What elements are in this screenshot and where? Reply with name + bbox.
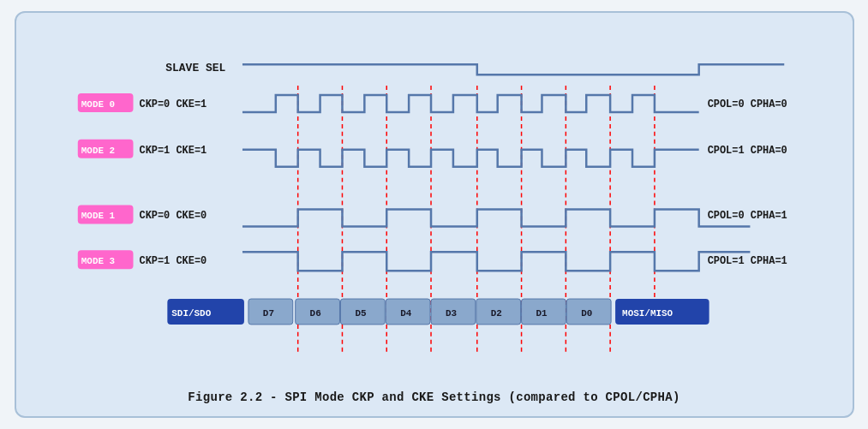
svg-text:CPOL=0  CPHA=1: CPOL=0 CPHA=1: [707, 210, 787, 222]
svg-text:MODE 2: MODE 2: [81, 146, 114, 156]
svg-text:CKP=1  CKE=1: CKP=1 CKE=1: [139, 145, 207, 157]
svg-text:CPOL=1  CPHA=1: CPOL=1 CPHA=1: [707, 255, 787, 267]
svg-text:D0: D0: [581, 308, 592, 319]
svg-text:SDI/SDO: SDI/SDO: [171, 308, 211, 319]
figure-caption: Figure 2.2 - SPI Mode CKP and CKE Settin…: [33, 390, 835, 404]
svg-text:MOSI/MISO: MOSI/MISO: [622, 308, 673, 319]
svg-text:CPOL=0  CPHA=0: CPOL=0 CPHA=0: [707, 98, 787, 110]
main-container: text { font-family: 'Courier New', Couri…: [15, 11, 854, 418]
svg-text:CKP=0  CKE=1: CKP=0 CKE=1: [139, 98, 207, 110]
svg-text:CKP=0  CKE=0: CKP=0 CKE=0: [139, 210, 207, 222]
waveform-area: text { font-family: 'Courier New', Couri…: [33, 28, 835, 382]
svg-text:D4: D4: [400, 308, 412, 319]
svg-text:D7: D7: [262, 308, 273, 319]
svg-text:D2: D2: [490, 308, 501, 319]
svg-text:CPOL=1  CPHA=0: CPOL=1 CPHA=0: [707, 145, 787, 157]
svg-text:D5: D5: [355, 308, 366, 319]
svg-text:D1: D1: [536, 308, 548, 319]
svg-text:MODE 0: MODE 0: [81, 99, 114, 110]
svg-text:CKP=1  CKE=0: CKP=1 CKE=0: [139, 255, 207, 267]
svg-text:D6: D6: [309, 308, 320, 319]
svg-text:MODE 1: MODE 1: [81, 211, 115, 221]
svg-text:D3: D3: [445, 308, 457, 319]
slave-sel-label: SLAVE SEL: [165, 62, 225, 74]
svg-text:MODE 3: MODE 3: [81, 256, 115, 266]
